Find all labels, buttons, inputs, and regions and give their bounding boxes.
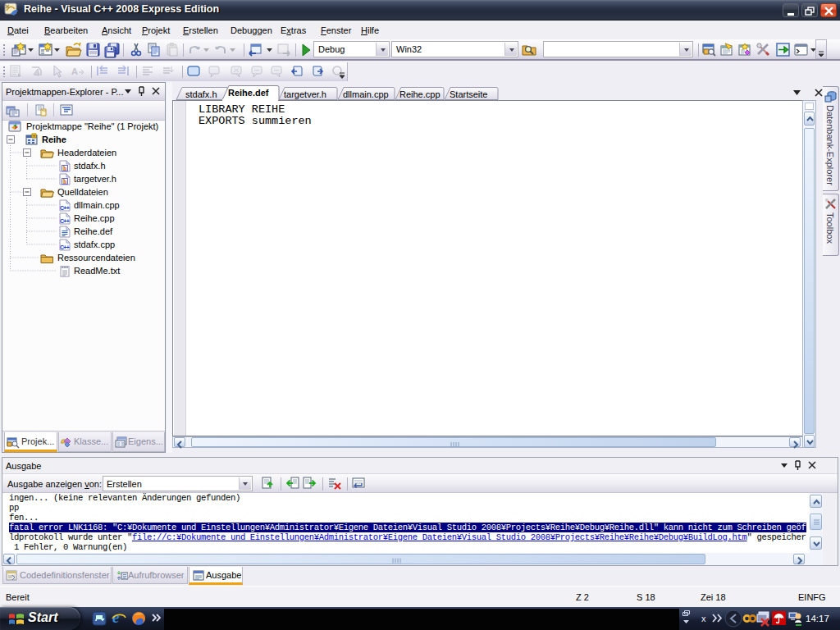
svg-text:C++: C++ <box>60 244 70 250</box>
svg-text:x: x <box>701 614 706 623</box>
svg-text:C++: C++ <box>60 205 70 211</box>
svg-text:A: A <box>71 66 78 76</box>
svg-text:C++: C++ <box>60 218 70 224</box>
